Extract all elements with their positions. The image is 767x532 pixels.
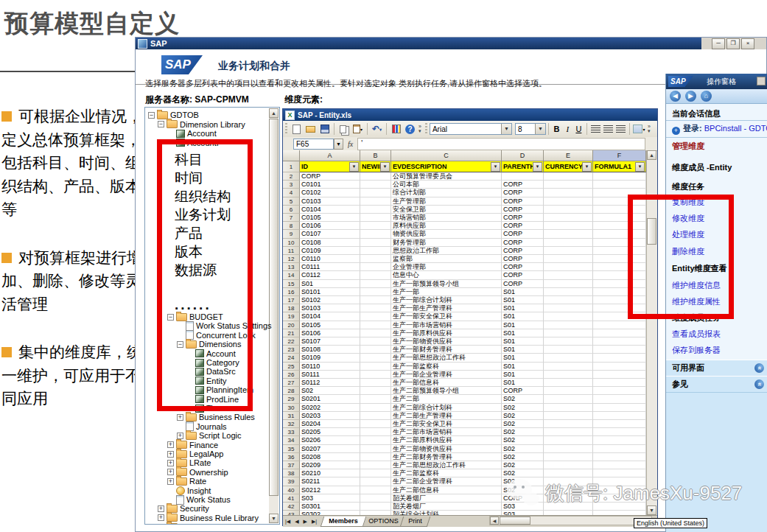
grid-cell[interactable]: S01	[502, 312, 544, 321]
row-number[interactable]: 23	[283, 346, 300, 354]
scroll-down-icon[interactable]: ▼	[269, 514, 279, 523]
grid-cell[interactable]	[360, 296, 391, 304]
grid-cell[interactable]	[544, 337, 593, 346]
grid-cell[interactable]: S0209	[300, 461, 360, 469]
grid-cell[interactable]: S0110	[300, 363, 360, 371]
grid-cell[interactable]	[544, 346, 593, 354]
grid-cell[interactable]: S0104	[300, 312, 360, 321]
grid-cell[interactable]	[544, 321, 593, 329]
grid-cell[interactable]	[360, 494, 391, 503]
grid-cell[interactable]: S0106	[300, 329, 360, 337]
last-sheet-icon[interactable]: ▶|	[312, 519, 317, 525]
row-number[interactable]: 3	[283, 181, 300, 189]
grid-cell[interactable]	[544, 304, 593, 312]
filter-dropdown-icon[interactable]: ▼	[380, 162, 390, 172]
row-number[interactable]: 12	[283, 255, 300, 263]
grid-cell[interactable]: S01	[502, 321, 544, 329]
pane-window-button[interactable]	[757, 77, 766, 85]
table-row[interactable]: 15S01生产一部预算领导小组CORP	[283, 280, 646, 288]
grid-cell[interactable]: C0104	[300, 206, 360, 214]
grid-cell[interactable]	[544, 461, 593, 469]
grid-cell[interactable]: 生产二部生产管理科	[391, 412, 502, 420]
grid-cell[interactable]	[544, 280, 593, 288]
grid-cell[interactable]: S02	[502, 395, 544, 403]
pane-link[interactable]: 保存到服务器	[672, 345, 764, 356]
grid-cell[interactable]	[360, 395, 391, 403]
grid-cell[interactable]: C0103	[300, 197, 360, 206]
row-number[interactable]: 17	[283, 296, 300, 304]
login-value[interactable]: BPCinstall - GDTOB	[704, 124, 767, 133]
row-number[interactable]: 8	[283, 222, 300, 230]
grid-cell[interactable]	[544, 404, 593, 412]
header-cell[interactable]: CURRENCY▼	[544, 161, 593, 172]
pane-link[interactable]: 查看成员报表	[672, 329, 764, 340]
font-size-select[interactable]: 8▼	[515, 123, 546, 135]
table-row[interactable]: 12C0110监察部CORP	[283, 255, 646, 263]
save-button[interactable]	[318, 123, 331, 135]
copy-button[interactable]	[337, 123, 350, 135]
table-row[interactable]: 34S0206生产二部原料供应科S02	[283, 436, 646, 444]
table-row[interactable]: 20S0105生产一部市场营销科S01	[283, 321, 646, 329]
grid-cell[interactable]: 监察部	[391, 255, 502, 263]
grid-cell[interactable]	[360, 197, 391, 206]
column-header-F[interactable]: F	[593, 150, 646, 161]
bold-button[interactable]: B	[551, 125, 562, 133]
row-number[interactable]: 19	[283, 312, 300, 321]
grid-cell[interactable]	[360, 288, 391, 296]
paste-button[interactable]: ▾	[351, 123, 364, 135]
grid-cell[interactable]: 生产一部财务管理科	[391, 346, 502, 354]
grid-cell[interactable]	[593, 387, 646, 395]
column-header-A[interactable]: A	[300, 150, 360, 161]
grid-cell[interactable]: S0105	[300, 321, 360, 329]
grid-cell[interactable]: 生产二部思想政治工作科	[391, 461, 502, 469]
grid-cell[interactable]: S02	[502, 412, 544, 420]
grid-cell[interactable]: CORP	[502, 189, 544, 197]
table-row[interactable]: 8C0106原料供应部CORP	[283, 222, 646, 230]
row-number[interactable]: 18	[283, 304, 300, 312]
undo-button[interactable]: ↶▾	[371, 123, 383, 135]
grid-cell[interactable]: S0202	[300, 404, 360, 412]
grid-cell[interactable]: S0108	[300, 346, 360, 354]
grid-cell[interactable]: S03	[300, 494, 360, 503]
grid-cell[interactable]: 生产一部原料供应科	[391, 329, 502, 337]
grid-cell[interactable]: 生产一部生产管理科	[391, 304, 502, 312]
grid-cell[interactable]	[593, 436, 646, 444]
table-row[interactable]: 2CORP公司预算管理委员会	[283, 172, 646, 181]
grid-cell[interactable]	[360, 371, 391, 379]
grid-cell[interactable]	[360, 189, 391, 197]
grid-cell[interactable]	[360, 172, 391, 181]
grid-cell[interactable]: S0301	[300, 503, 360, 511]
grid-cell[interactable]	[544, 436, 593, 444]
grid-cell[interactable]: 生产一部思想政治工作科	[391, 354, 502, 362]
filter-dropdown-icon[interactable]: ▼	[533, 162, 542, 172]
grid-cell[interactable]	[544, 312, 593, 321]
row-number[interactable]: 38	[283, 469, 300, 477]
grid-cell[interactable]: S02	[502, 445, 544, 453]
grid-cell[interactable]	[544, 420, 593, 428]
align-center-button[interactable]	[603, 125, 613, 133]
header-cell[interactable]: ID▼	[300, 161, 360, 172]
grid-cell[interactable]	[544, 445, 593, 453]
grid-cell[interactable]: 原料供应部	[391, 222, 502, 230]
grid-cell[interactable]	[502, 172, 544, 181]
table-row[interactable]: 6C0104安全保卫部CORP	[283, 206, 646, 214]
grid-cell[interactable]	[360, 337, 391, 346]
row-number[interactable]: 36	[283, 453, 300, 461]
row-number[interactable]: 24	[283, 354, 300, 362]
grid-cell[interactable]: S0112	[300, 379, 360, 387]
grid-cell[interactable]: S0102	[300, 296, 360, 304]
table-row[interactable]: 21S0106生产一部原料供应科S01	[283, 329, 646, 337]
row-number[interactable]: 29	[283, 395, 300, 403]
grid-cell[interactable]	[593, 371, 646, 379]
grid-cell[interactable]: CORP	[502, 255, 544, 263]
table-row[interactable]: 7C0105市场营销部CORP	[283, 214, 646, 222]
row-number[interactable]: 39	[283, 477, 300, 486]
grid-cell[interactable]: 生产二部安全保卫科	[391, 420, 502, 428]
scroll-up-icon[interactable]: ▲	[647, 150, 656, 160]
table-row[interactable]: 19S0104生产一部安全保卫科S01	[283, 312, 646, 321]
grid-cell[interactable]	[360, 206, 391, 214]
grid-cell[interactable]: 生产二部财务管理科	[391, 453, 502, 461]
row-number[interactable]: 4	[283, 189, 300, 197]
grid-cell[interactable]: S0109	[300, 354, 360, 362]
restore-button[interactable]: ❐	[726, 38, 740, 49]
